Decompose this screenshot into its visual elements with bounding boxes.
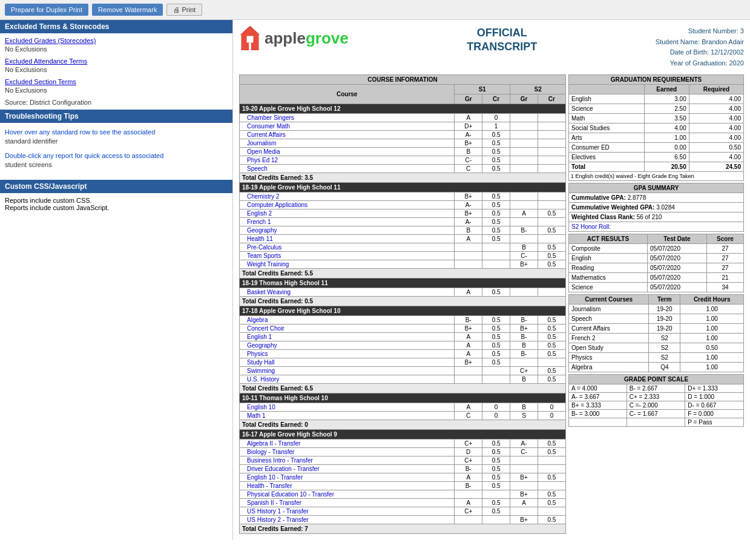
- course-name-link[interactable]: Speech: [247, 165, 268, 172]
- grade-scale-cell: C+ = 2.333: [627, 393, 685, 401]
- s1-credit: 0.5: [482, 131, 510, 139]
- current-course-term: S2: [649, 334, 680, 343]
- s2-credit: [538, 165, 565, 173]
- course-row: English 1A0.5B-0.5: [240, 333, 566, 341]
- course-name-link[interactable]: Open Media: [247, 148, 280, 155]
- act-score: 27: [706, 244, 743, 254]
- s2-credit: [538, 131, 565, 139]
- course-name-link[interactable]: Physical Education 10 - Transfer: [247, 491, 334, 498]
- grad-required-col: Required: [689, 85, 743, 94]
- student-info: Student Number: 3 Student Name: Brandon …: [656, 26, 744, 68]
- s1-grade: A-: [455, 131, 482, 139]
- s1-grade: A: [455, 235, 482, 243]
- s1-grade: B+: [455, 209, 482, 218]
- course-name-link[interactable]: Phys Ed 12: [247, 157, 278, 163]
- course-row: US History 2 - TransferB+0.5: [240, 516, 566, 524]
- course-name-link[interactable]: Business Intro - Transfer: [247, 457, 313, 464]
- s2-credit: [538, 482, 565, 490]
- course-name-link[interactable]: Concert Choir: [247, 325, 285, 332]
- course-name-link[interactable]: Journalism: [247, 140, 276, 147]
- grad-row: Science2.504.00: [569, 104, 744, 114]
- act-subject: Mathematics: [569, 273, 648, 283]
- course-name-link[interactable]: Computer Applications: [247, 202, 308, 208]
- s2-grade: B+: [510, 260, 538, 269]
- course-name-link[interactable]: French 1: [247, 219, 271, 225]
- course-name-link[interactable]: Chamber Singers: [247, 114, 294, 121]
- remove-watermark-button[interactable]: Remove Watermark: [92, 4, 163, 16]
- course-name-link[interactable]: Current Affairs: [247, 131, 286, 138]
- course-name-link[interactable]: Algebra II - Transfer: [247, 440, 300, 447]
- current-course-name: Current Affairs: [569, 324, 649, 334]
- course-name-link[interactable]: Health 11: [247, 236, 273, 242]
- s1-credit: 0.5: [482, 235, 510, 243]
- course-name-link[interactable]: Health - Transfer: [247, 483, 292, 489]
- current-course-hours: 0.50: [680, 343, 744, 353]
- course-name-link[interactable]: Pre-Calculus: [247, 244, 281, 251]
- course-name-link[interactable]: Spanish II - Transfer: [247, 499, 301, 506]
- course-name-link[interactable]: Geography: [247, 227, 277, 234]
- course-name-link[interactable]: Driver Education - Transfer: [247, 466, 320, 472]
- course-name-link[interactable]: Study Hall: [247, 359, 275, 366]
- act-header: ACT RESULTS: [569, 234, 648, 244]
- course-name-link[interactable]: Geography: [247, 342, 277, 349]
- course-name-link[interactable]: Biology - Transfer: [247, 449, 294, 455]
- course-name-link[interactable]: Team Sports: [247, 252, 281, 259]
- course-row: Weight TrainingB+0.5: [240, 260, 566, 269]
- grad-row: Total20.5024.50: [569, 162, 744, 172]
- course-row: Open MediaB0.5: [240, 148, 566, 156]
- current-term-col: Term: [649, 295, 680, 305]
- s1-credit: [482, 260, 510, 269]
- current-course-name: Open Study: [569, 343, 649, 353]
- s2-grade: [510, 122, 538, 131]
- course-name-link[interactable]: Swimming: [247, 367, 275, 374]
- excluded-attendance-link[interactable]: Excluded Attendance Terms: [5, 58, 228, 65]
- act-date: 05/07/2020: [647, 273, 706, 283]
- current-course-name: French 2: [569, 334, 649, 343]
- act-subject: Composite: [569, 244, 648, 254]
- course-name-link[interactable]: US History 2 - Transfer: [247, 516, 309, 523]
- course-name-link[interactable]: U.S. History: [247, 376, 279, 383]
- course-name-link[interactable]: English 10: [247, 404, 275, 410]
- excluded-section-link[interactable]: Excluded Section Terms: [5, 78, 228, 85]
- s2-credit: 0.5: [538, 341, 565, 350]
- s2-credit: 0.5: [538, 367, 565, 375]
- course-name-link[interactable]: Physics: [247, 351, 268, 357]
- s1-credit: [482, 490, 510, 499]
- course-name-link[interactable]: English 2: [247, 210, 272, 217]
- course-name-link[interactable]: US History 1 - Transfer: [247, 508, 309, 515]
- course-name-link[interactable]: Chemistry 2: [247, 193, 279, 200]
- s2-grade: C-: [510, 448, 538, 456]
- s1-grade: A: [455, 333, 482, 341]
- s1-credit: 0.5: [482, 316, 510, 324]
- print-button[interactable]: 🖨 Print: [166, 4, 202, 16]
- course-name-link[interactable]: Weight Training: [247, 261, 289, 268]
- year-header-row: 18-19 Apple Grove High School 11: [240, 183, 566, 193]
- s2-credit: 0.5: [538, 316, 565, 324]
- grad-earned: 6.50: [644, 153, 689, 162]
- course-name-link[interactable]: English 10 - Transfer: [247, 474, 303, 481]
- course-name-link[interactable]: Math 1: [247, 412, 266, 419]
- excluded-grades-link[interactable]: Excluded Grades (Storecodes): [5, 37, 228, 44]
- s1-grade: [455, 375, 482, 384]
- s2-grade: B+: [510, 324, 538, 333]
- s1-credit: [482, 516, 510, 524]
- s2-credit: [538, 456, 565, 465]
- s1-grade: B+: [455, 139, 482, 148]
- tip1: Hover over any standard row to see the a…: [5, 128, 228, 147]
- course-name-link[interactable]: Algebra: [247, 317, 268, 323]
- act-row: Composite05/07/202027: [569, 244, 744, 254]
- duplex-print-button[interactable]: Prepare for Duplex Print: [5, 4, 88, 16]
- act-score: 27: [706, 254, 743, 263]
- current-course-term: 19-20: [649, 305, 680, 314]
- total-row: Total Credits Earned: 6.5: [240, 384, 566, 394]
- course-tbody: 19-20 Apple Grove High School 12Chamber …: [240, 104, 566, 534]
- s1-grade: C+: [455, 456, 482, 465]
- course-name-link[interactable]: Consumer Math: [247, 123, 290, 130]
- course-name-link[interactable]: English 1: [247, 334, 272, 340]
- course-name-link[interactable]: Basket Weaving: [247, 289, 291, 295]
- course-row: Math 1C0S0: [240, 412, 566, 420]
- grade-scale-cell: [569, 418, 627, 427]
- current-courses-table: Current Courses Term Credit Hours Journa…: [568, 294, 744, 372]
- s2-credit: 0.5: [538, 516, 565, 524]
- grade-scale-cell: A- = 3.667: [569, 393, 627, 401]
